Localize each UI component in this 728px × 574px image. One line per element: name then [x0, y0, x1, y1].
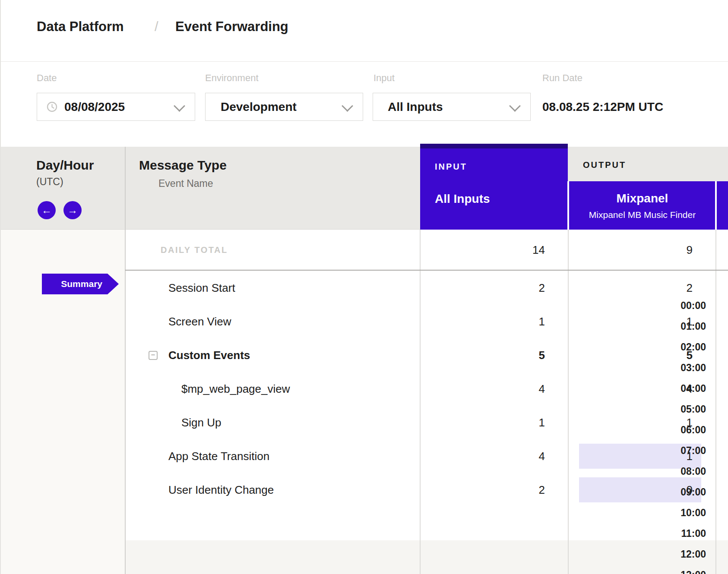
- output-column-header-mixpanel[interactable]: Mixpanel Mixpanel MB Music Finder: [569, 181, 715, 230]
- daily-total-label: DAILY TOTAL: [161, 230, 228, 271]
- event-row: User Identity Change20: [125, 473, 728, 507]
- run-date-label: Run Date: [542, 73, 582, 84]
- table-bottom-band: [125, 540, 728, 574]
- output-group-label: OUTPUT: [583, 160, 626, 170]
- input-value-cell: 2: [539, 271, 545, 305]
- event-row: App State Transition41: [125, 439, 728, 473]
- date-filter-label: Date: [37, 73, 57, 84]
- hour-label[interactable]: 09:00: [681, 482, 706, 502]
- collapse-toggle-icon[interactable]: −: [149, 351, 158, 360]
- column-gap: [567, 181, 569, 230]
- input-column-accent-strip: [420, 144, 568, 148]
- page-title: Event Forwarding: [175, 18, 288, 35]
- event-row: −Custom Events55: [125, 338, 728, 372]
- hour-label[interactable]: 06:00: [681, 419, 706, 440]
- column-gap: [715, 181, 717, 230]
- next-output-column-header: [717, 181, 728, 230]
- run-date-value: 08.08.25 2:12PM UTC: [542, 93, 663, 121]
- event-row: $mp_web_page_view44: [125, 372, 728, 406]
- breadcrumb-separator: /: [155, 18, 158, 35]
- hour-label[interactable]: 11:00: [681, 523, 706, 544]
- hour-label[interactable]: 12:00: [681, 544, 706, 565]
- environment-select[interactable]: Development: [205, 93, 363, 121]
- daily-total-row: DAILY TOTAL 14 9: [125, 230, 728, 271]
- date-select-value: 08/08/2025: [64, 93, 125, 120]
- daily-total-divider: [125, 270, 728, 271]
- environment-filter-label: Environment: [205, 73, 259, 84]
- clock-icon: [47, 101, 57, 114]
- breadcrumb-section[interactable]: Data Platform: [37, 18, 124, 35]
- event-row-label: $mp_web_page_view: [181, 372, 290, 406]
- hour-label[interactable]: 08:00: [681, 461, 706, 482]
- input-filter-label: Input: [373, 73, 395, 84]
- input-value-cell: 2: [539, 473, 545, 507]
- hour-label[interactable]: 10:00: [681, 502, 706, 523]
- input-select-value: All Inputs: [388, 93, 443, 120]
- chevron-down-icon: [509, 100, 521, 112]
- summary-badge-label: Summary: [42, 274, 108, 294]
- input-value-cell: 4: [539, 439, 545, 473]
- date-select[interactable]: 08/08/2025: [37, 93, 195, 121]
- event-row-label: Session Start: [168, 271, 235, 305]
- event-row-label: Sign Up: [181, 406, 222, 439]
- event-row: Sign Up11: [125, 406, 728, 439]
- input-column-title: All Inputs: [435, 192, 490, 206]
- event-row-label: Custom Events: [168, 338, 250, 372]
- input-value-cell: 4: [539, 372, 545, 406]
- previous-day-button[interactable]: ←: [38, 201, 56, 219]
- utc-subtitle: (UTC): [36, 176, 63, 188]
- hour-label[interactable]: 13:00: [681, 565, 706, 574]
- event-name-subtitle: Event Name: [158, 178, 213, 189]
- input-value-cell: 1: [539, 406, 545, 439]
- input-select[interactable]: All Inputs: [373, 93, 531, 121]
- message-type-header: Message Type: [139, 158, 227, 173]
- hour-label[interactable]: 05:00: [681, 399, 706, 419]
- hour-label[interactable]: 03:00: [681, 357, 706, 378]
- environment-select-value: Development: [221, 93, 297, 120]
- event-row-label: App State Transition: [168, 439, 269, 473]
- hour-label[interactable]: 02:00: [681, 337, 706, 357]
- next-day-button[interactable]: →: [63, 201, 82, 219]
- day-hour-header: Day/Hour: [36, 158, 94, 173]
- event-row-label: Screen View: [168, 305, 231, 338]
- event-forwarding-page: Data Platform / Event Forwarding Date En…: [0, 0, 728, 574]
- hour-label[interactable]: 04:00: [681, 378, 706, 399]
- input-column-header[interactable]: INPUT All Inputs: [420, 144, 568, 230]
- event-row: Screen View11: [125, 305, 728, 338]
- output-column-subtitle: Mixpanel MB Music Finder: [569, 210, 715, 220]
- header-divider: [1, 61, 728, 62]
- hour-label[interactable]: 00:00: [681, 295, 706, 316]
- daily-total-input-value: 14: [532, 230, 545, 271]
- chevron-down-icon: [174, 100, 185, 112]
- daily-total-output-value: 9: [687, 230, 693, 271]
- hour-label[interactable]: 07:00: [681, 440, 706, 461]
- event-row-label: User Identity Change: [168, 473, 274, 507]
- event-row: Session Start22: [125, 271, 728, 305]
- hour-label[interactable]: 01:00: [681, 316, 706, 337]
- chevron-down-icon: [342, 100, 353, 112]
- output-column-title: Mixpanel: [569, 192, 715, 205]
- input-value-cell: 5: [539, 338, 545, 372]
- input-value-cell: 1: [539, 305, 545, 338]
- input-group-label: INPUT: [435, 162, 467, 172]
- summary-badge[interactable]: Summary: [42, 274, 108, 294]
